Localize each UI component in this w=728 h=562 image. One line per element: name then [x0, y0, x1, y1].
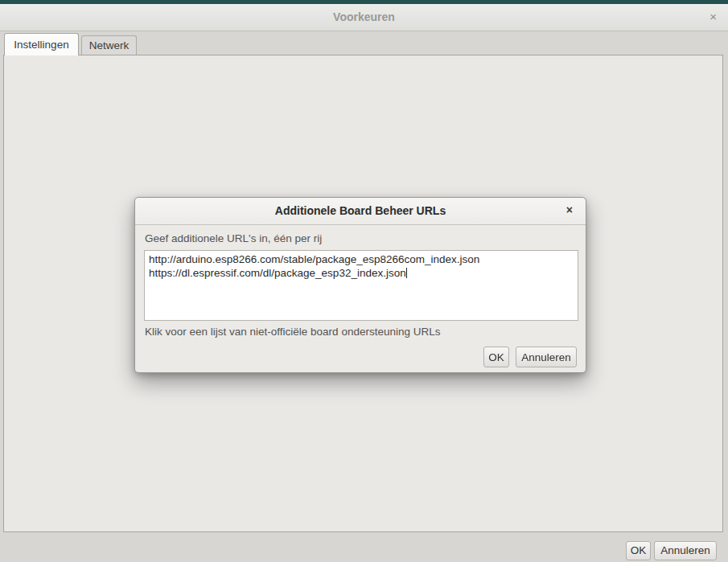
unofficial-boards-link[interactable]: Klik voor een lijst van niet-officiële b…: [145, 326, 440, 338]
ok-button[interactable]: OK: [626, 541, 651, 560]
dialog-close-icon[interactable]: ×: [563, 198, 576, 224]
close-icon[interactable]: ×: [706, 4, 720, 31]
dialog-cancel-button[interactable]: Annuleren: [516, 347, 577, 367]
url-line-1: http://arduino.esp8266.com/stable/packag…: [149, 252, 574, 266]
tab-netwerk[interactable]: Netwerk: [81, 35, 137, 55]
dialog-ok-button[interactable]: OK: [483, 347, 509, 367]
board-urls-dialog: Additionele Board Beheer URLs × Geef add…: [134, 197, 586, 373]
dialog-titlebar: Additionele Board Beheer URLs ×: [135, 198, 586, 225]
window-titlebar: Voorkeuren ×: [0, 4, 728, 31]
dialog-prompt: Geef additionele URL's in, één per rij: [145, 232, 322, 244]
tab-instellingen[interactable]: Instellingen: [4, 33, 79, 55]
cancel-button[interactable]: Annuleren: [654, 541, 717, 560]
url-line-2: https://dl.espressif.com/dl/package_esp3…: [149, 266, 574, 280]
text-caret: [406, 268, 407, 278]
dialog-title: Additionele Board Beheer URLs: [135, 198, 586, 224]
urls-textarea[interactable]: http://arduino.esp8266.com/stable/packag…: [144, 250, 578, 321]
window-title: Voorkeuren: [0, 4, 728, 31]
